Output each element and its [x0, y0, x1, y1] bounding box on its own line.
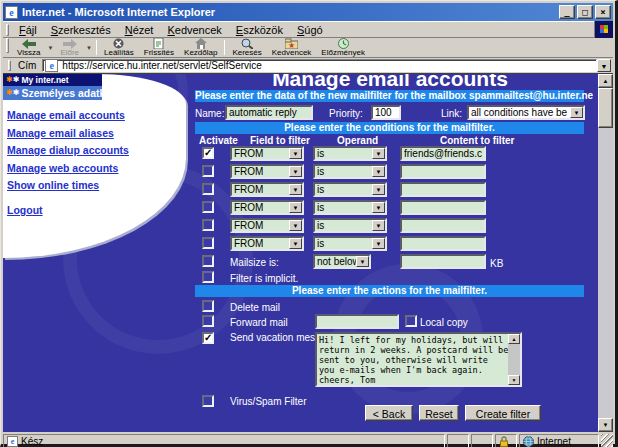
- column-activate: Activate: [199, 135, 238, 146]
- mailsize-input[interactable]: [400, 254, 486, 269]
- chevron-down-icon[interactable]: ▼: [289, 166, 302, 177]
- activate-checkbox[interactable]: [202, 237, 214, 249]
- implicit-checkbox[interactable]: [202, 271, 214, 283]
- content-input[interactable]: [400, 236, 486, 251]
- resize-grip[interactable]: [601, 434, 613, 447]
- sidebar-item-show-online-times[interactable]: Show online times: [7, 179, 186, 191]
- stop-button[interactable]: Leállítás: [99, 38, 139, 57]
- vacation-message-textarea[interactable]: Hi! I left for my holidays, but will ret…: [315, 332, 522, 387]
- delete-mail-checkbox[interactable]: [202, 300, 214, 312]
- create-filter-button[interactable]: Create filter: [465, 405, 541, 421]
- status-bar: e Kész Internet: [3, 432, 613, 447]
- chevron-down-icon[interactable]: ▼: [372, 220, 385, 231]
- chevron-down-icon[interactable]: ▼: [289, 148, 302, 159]
- name-input[interactable]: [225, 105, 313, 120]
- content-input[interactable]: [400, 200, 486, 215]
- chevron-down-icon[interactable]: ▼: [570, 107, 583, 118]
- priority-input[interactable]: [371, 105, 401, 120]
- column-content: Content to filter: [440, 135, 514, 146]
- sidebar-item-manage-email-accounts[interactable]: Manage email accounts: [7, 109, 186, 121]
- menu-grip[interactable]: [6, 24, 9, 36]
- field-select[interactable]: FROM▼: [230, 200, 304, 215]
- forward-dropdown-icon[interactable]: ▼: [84, 45, 94, 51]
- search-button[interactable]: Keresés: [227, 38, 266, 57]
- sidebar-item-manage-dialup-accounts[interactable]: Manage dialup accounts: [7, 144, 186, 156]
- operand-select[interactable]: is▼: [313, 164, 387, 179]
- scroll-up-icon[interactable]: ▲: [598, 74, 613, 88]
- chevron-down-icon[interactable]: ▼: [289, 184, 302, 195]
- star-icon: ✱✱: [6, 76, 19, 84]
- vertical-scrollbar[interactable]: ▲ ▼: [598, 74, 613, 432]
- back-button[interactable]: Vissza: [12, 38, 45, 57]
- chevron-down-icon[interactable]: ▼: [356, 256, 369, 267]
- menu-view[interactable]: Nézet: [118, 23, 161, 37]
- sidebar-item-manage-email-aliases[interactable]: Manage email aliases: [7, 127, 186, 139]
- menu-favorites[interactable]: Kedvencek: [160, 23, 228, 37]
- content-input[interactable]: [400, 182, 486, 197]
- field-select[interactable]: FROM▼: [230, 164, 304, 179]
- virus-spam-checkbox[interactable]: [202, 395, 214, 407]
- operand-select[interactable]: is▼: [313, 218, 387, 233]
- chevron-down-icon[interactable]: ▼: [372, 202, 385, 213]
- home-button[interactable]: Kezdőlap: [179, 38, 222, 57]
- operand-select[interactable]: is▼: [313, 182, 387, 197]
- scroll-down-icon[interactable]: ▼: [598, 418, 613, 432]
- field-select[interactable]: FROM▼: [230, 182, 304, 197]
- chevron-down-icon[interactable]: ▼: [372, 148, 385, 159]
- title-bar[interactable]: e Inter.net - Microsoft Internet Explore…: [3, 3, 613, 21]
- activate-checkbox[interactable]: ✓: [202, 147, 214, 159]
- textarea-scrollbar[interactable]: ▲ ▼: [508, 334, 520, 385]
- mailsize-operand-select[interactable]: not below▼: [313, 254, 371, 269]
- address-dropdown-icon[interactable]: ▼: [597, 59, 611, 72]
- address-input[interactable]: e https://service.hu.inter.net/servlet/S…: [42, 59, 597, 72]
- minimize-button[interactable]: _: [559, 5, 575, 19]
- chevron-down-icon[interactable]: ▼: [372, 238, 385, 249]
- chevron-down-icon[interactable]: ▼: [289, 202, 302, 213]
- sidebar-item-logout[interactable]: Logout: [7, 204, 186, 216]
- mailsize-checkbox[interactable]: [202, 255, 214, 267]
- content-input[interactable]: [400, 146, 486, 161]
- history-button[interactable]: Előzmények: [316, 38, 370, 57]
- menu-help[interactable]: Súgó: [290, 23, 330, 37]
- favorites-button[interactable]: ★ Kedvencek: [267, 38, 317, 57]
- address-grip[interactable]: [8, 60, 11, 70]
- menu-edit[interactable]: Szerkesztés: [44, 23, 118, 37]
- scroll-up-icon[interactable]: ▲: [508, 334, 520, 344]
- activate-checkbox[interactable]: [202, 165, 214, 177]
- operand-select[interactable]: is▼: [313, 200, 387, 215]
- chevron-down-icon[interactable]: ▼: [372, 184, 385, 195]
- refresh-button[interactable]: Frissítés: [139, 38, 179, 57]
- field-select[interactable]: FROM▼: [230, 218, 304, 233]
- operand-select[interactable]: is▼: [313, 146, 387, 161]
- scrollbar-thumb[interactable]: [598, 88, 613, 128]
- status-cell: e Kész: [3, 434, 445, 447]
- back-dropdown-icon[interactable]: ▼: [45, 45, 55, 51]
- forward-button[interactable]: Előre: [55, 38, 84, 57]
- content-input[interactable]: [400, 164, 486, 179]
- forward-address-input[interactable]: [315, 314, 399, 329]
- chevron-down-icon[interactable]: ▼: [372, 166, 385, 177]
- content-input[interactable]: [400, 218, 486, 233]
- toolbar-grip[interactable]: [6, 38, 9, 53]
- chevron-down-icon[interactable]: ▼: [289, 220, 302, 231]
- menu-tools[interactable]: Eszközök: [229, 23, 290, 37]
- reset-button[interactable]: Reset: [419, 405, 459, 421]
- activate-checkbox[interactable]: [202, 201, 214, 213]
- back-form-button[interactable]: < Back: [365, 405, 413, 421]
- maximize-button[interactable]: □: [577, 5, 593, 19]
- close-button[interactable]: ×: [595, 5, 611, 19]
- forward-mail-checkbox[interactable]: [202, 315, 214, 327]
- sidebar-item-manage-web-accounts[interactable]: Manage web accounts: [7, 162, 186, 174]
- activate-checkbox[interactable]: [202, 219, 214, 231]
- menu-file[interactable]: Fájl: [12, 23, 44, 37]
- window-title: Inter.net - Microsoft Internet Explorer: [22, 6, 557, 18]
- field-select[interactable]: FROM▼: [230, 146, 304, 161]
- local-copy-checkbox[interactable]: [405, 315, 417, 327]
- chevron-down-icon[interactable]: ▼: [289, 238, 302, 249]
- field-select[interactable]: FROM▼: [230, 236, 304, 251]
- activate-checkbox[interactable]: [202, 183, 214, 195]
- scroll-down-icon[interactable]: ▼: [508, 375, 520, 385]
- operand-select[interactable]: is▼: [313, 236, 387, 251]
- vacation-checkbox[interactable]: ✓: [202, 332, 214, 344]
- link-select[interactable]: all conditions have be fullfilled ▼: [467, 105, 585, 120]
